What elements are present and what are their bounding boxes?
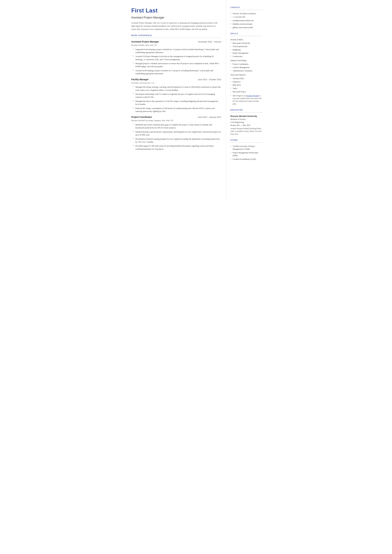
- contact-section: CONTACT Newark, NJ (Open to Remote) +1-2…: [231, 6, 263, 29]
- education-section: EDUCATION Resume Worded University Bache…: [231, 109, 263, 135]
- contact-label: CONTACT: [231, 6, 263, 9]
- contact-item-email: email@resumeworded.com: [231, 19, 263, 22]
- job-1-bullets: Supported in developing a project schedu…: [131, 48, 221, 75]
- tools-list: Atlassian JIRA Salesforce IBM SPSS Trell…: [231, 77, 263, 93]
- list-item: Microsoft Project: [231, 90, 263, 93]
- list-item: Certified Associate of Project Managemen…: [231, 145, 263, 150]
- list-item: Identified and closed communication gaps…: [133, 123, 221, 129]
- job-3-header: Project Coordinator June 2010 – January …: [131, 115, 221, 119]
- job-1-dates: November 2015 – Present: [198, 40, 221, 43]
- left-column: First Last Assistant Project Manager Ass…: [125, 0, 226, 201]
- contact-item-phone: +1-234-456-789: [231, 16, 263, 19]
- job-2-company: Growthsi, San Francisco, CA: [131, 82, 221, 84]
- edu-date: Boston, MA — May 2010: [231, 124, 263, 127]
- list-item: Atlassian JIRA: [231, 77, 263, 80]
- job-1-title: Assistant Project Manager: [131, 40, 159, 43]
- list-item: SAP (Experienced): [231, 45, 263, 48]
- industry-knowledge-label: Industry Knowledge:: [231, 59, 263, 62]
- list-item: Developed an internal training program f…: [133, 138, 221, 144]
- other-section: OTHER Certified Associate of Project Man…: [231, 139, 263, 161]
- edu-field: Civil Engineering: [231, 121, 263, 124]
- education-divider: [231, 112, 263, 112]
- list-item: Reduced the energy consumption of 200 ho…: [133, 107, 221, 113]
- skills-label: SKILLS: [231, 32, 263, 35]
- job-1: Assistant Project Manager November 2015 …: [131, 40, 221, 75]
- job-1-header: Assistant Project Manager November 2015 …: [131, 40, 221, 43]
- job-3-bullets: Identified and closed communication gaps…: [131, 123, 221, 151]
- other-label: OTHER: [231, 139, 263, 141]
- list-item: Interpreted project specifications, requ…: [133, 130, 221, 137]
- other-list: Certified Associate of Project Managemen…: [231, 145, 263, 161]
- list-item: Salesforce: [231, 80, 263, 83]
- header-section: First Last Assistant Project Manager: [131, 6, 221, 20]
- job-3-dates: June 2010 – January 2013: [198, 116, 221, 119]
- job-3: Project Coordinator June 2010 – January …: [131, 115, 221, 151]
- job-3-company: Resume Worded's Exciting Company, New Yo…: [131, 119, 221, 122]
- job-2-bullets: Managed the hiring, training, coaching, …: [131, 86, 221, 113]
- job-3-title: Project Coordinator: [131, 115, 152, 119]
- skills-section: SKILLS Technical Skills: Basecamp (Advan…: [231, 32, 263, 105]
- contact-list: Newark, NJ (Open to Remote) +1-234-456-7…: [231, 12, 263, 29]
- work-divider: [131, 38, 221, 38]
- list-item: Managed the day-to-day operations of a $…: [133, 100, 221, 106]
- list-item: Managed projects' schedule and resources…: [133, 62, 221, 68]
- right-column: CONTACT Newark, NJ (Open to Remote) +1-2…: [226, 0, 267, 201]
- list-item: Basecamp (Advanced): [231, 42, 263, 44]
- summary-text: Assistant Project Manager with over 9 ye…: [131, 21, 221, 31]
- tools-label: Tools and Software:: [231, 73, 263, 77]
- list-item: Administrative Assistance: [231, 69, 263, 72]
- list-item: Provided support to 300 sales teams by p…: [133, 145, 221, 151]
- job-2-title: Facility Manager: [131, 78, 149, 81]
- list-item: Trello: [231, 87, 263, 90]
- list-item: Developed relationships with 72 vendors …: [133, 93, 221, 99]
- resume-page: First Last Assistant Project Manager Ass…: [125, 0, 267, 201]
- education-label: EDUCATION: [231, 109, 263, 111]
- edu-degree: Bachelor of Science: [231, 118, 263, 121]
- list-item: Project Coordination: [231, 63, 263, 66]
- edu-awards: Awards: Resume Worded Teaching Fellow (o…: [231, 127, 263, 135]
- work-experience-label: WORK EXPERIENCE: [131, 34, 221, 37]
- job-1-company: Resume Worded, New York, NY: [131, 44, 221, 47]
- list-item: Assisted 10 Project Managers in the day-…: [133, 55, 221, 61]
- list-item: Budgeting: [231, 48, 263, 51]
- contact-item-linkedin: linkedin.com/in/username: [231, 23, 263, 25]
- edu-institution: Resume Worded University: [231, 115, 263, 118]
- contact-item-github: github.com/resumeworded: [231, 26, 263, 29]
- technical-skills-label: Technical Skills:: [231, 38, 263, 41]
- list-item: IBM SPSS: [231, 84, 263, 87]
- full-name: First Last: [131, 6, 221, 15]
- list-item: Construction: [231, 55, 263, 58]
- list-item: Certified ScrumMaster (CSM).: [231, 158, 263, 161]
- promo-link[interactable]: Resume Worded: [247, 95, 259, 97]
- job-2-header: Facility Manager June 2013 – October 201…: [131, 78, 221, 81]
- list-item: Assisted in developing a project schedul…: [133, 69, 221, 75]
- job-2: Facility Manager June 2013 – October 201…: [131, 78, 221, 113]
- list-item: Project Management: [231, 52, 263, 55]
- job-title-header: Assistant Project Manager: [131, 15, 221, 20]
- work-experience-section: WORK EXPERIENCE Assistant Project Manage…: [131, 34, 221, 151]
- list-item: Supported in developing a project schedu…: [133, 48, 221, 54]
- contact-item-location: Newark, NJ (Open to Remote): [231, 12, 263, 15]
- industry-knowledge-list: Project Coordination Contract Management…: [231, 63, 263, 72]
- list-item: Managed the hiring, training, coaching, …: [133, 86, 221, 92]
- job-2-dates: June 2013 – October 2015: [198, 78, 221, 81]
- promo-text: Don't forget to use Resume Worded to sca…: [231, 94, 263, 105]
- list-item: Contract Management: [231, 66, 263, 69]
- list-item: Project Management Professional (PMP).: [231, 151, 263, 157]
- technical-skills-list: Basecamp (Advanced) SAP (Experienced) Bu…: [231, 42, 263, 58]
- other-divider: [231, 142, 263, 143]
